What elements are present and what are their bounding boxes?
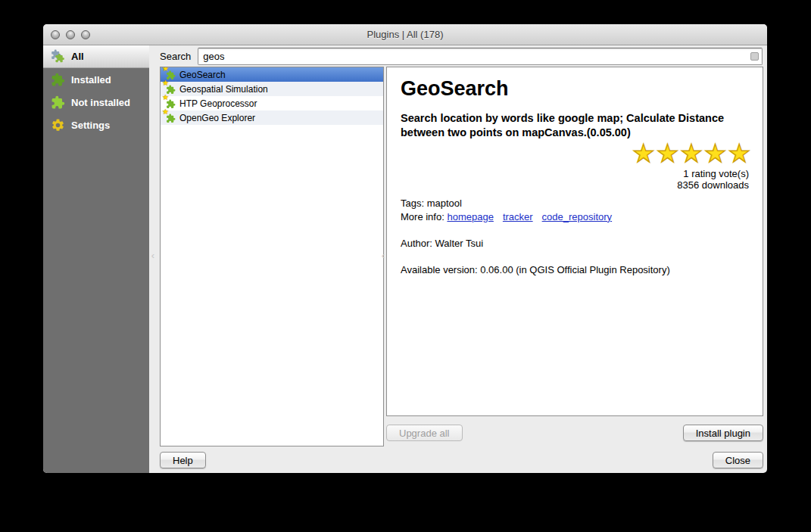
plugin-name: Geospatial Simulation <box>179 84 268 95</box>
window-title: Plugins | All (178) <box>43 29 767 40</box>
sidebar-item-not-installed[interactable]: Not installed <box>43 91 149 114</box>
search-row: Search <box>160 48 763 65</box>
installed-plugins-icon <box>51 73 65 87</box>
close-button[interactable]: Close <box>713 452 763 468</box>
code-repository-link[interactable]: code_repository <box>542 211 613 222</box>
tags-line: Tags: maptool <box>401 198 749 209</box>
star-badge-icon: ★ <box>162 67 169 73</box>
sidebar-item-label: Settings <box>71 120 110 131</box>
not-installed-plugins-icon <box>51 95 65 110</box>
star-badge-icon: ★ <box>162 79 169 87</box>
splitter-handle-icon[interactable]: ‹ <box>149 250 157 261</box>
window-titlebar[interactable]: Plugins | All (178) <box>43 24 767 45</box>
downloads-count-text: 8356 downloads <box>401 179 749 191</box>
search-input[interactable] <box>198 48 763 65</box>
install-plugin-button[interactable]: Install plugin <box>683 425 763 441</box>
sidebar-item-label: All <box>71 51 84 62</box>
tracker-link[interactable]: tracker <box>503 211 533 222</box>
search-clear-icon[interactable] <box>750 52 759 61</box>
plugin-name: GeoSearch <box>179 70 226 80</box>
sidebar: All Installed Not installed <box>43 45 149 473</box>
plugin-summary: Search location by words like google map… <box>401 111 749 140</box>
star-badge-icon: ★ <box>162 108 169 116</box>
screen-background: { "window": { "title": "Plugins | All (1… <box>0 0 811 532</box>
more-info-label: More info: <box>401 211 447 222</box>
plugin-name: HTP Geoprocessor <box>179 98 257 109</box>
homepage-link[interactable]: homepage <box>447 211 493 222</box>
rating-votes-text: 1 rating vote(s) <box>401 168 749 179</box>
all-plugins-icon <box>51 49 65 64</box>
sidebar-item-all[interactable]: All <box>43 45 149 68</box>
plugin-list-item-geospatial-simulation[interactable]: ★ Geospatial Simulation <box>161 82 383 96</box>
search-field <box>198 48 763 65</box>
plugin-icon: ★ <box>164 112 176 123</box>
window-content: All Installed Not installed <box>43 45 767 473</box>
close-window-button[interactable] <box>51 30 60 39</box>
star-badge-icon: ★ <box>162 94 169 101</box>
splitter-handle-icon[interactable]: ‹ <box>379 250 387 261</box>
sidebar-item-label: Installed <box>71 74 111 86</box>
plugin-name: OpenGeo Explorer <box>179 113 255 123</box>
search-label: Search <box>160 51 191 62</box>
more-info-line: More info: homepagetrackercode_repositor… <box>401 211 749 222</box>
zoom-window-button[interactable] <box>81 30 90 39</box>
dialog-button-row: Help Close <box>160 452 763 468</box>
tags-value: maptool <box>427 198 462 209</box>
help-button[interactable]: Help <box>160 452 206 468</box>
sidebar-item-label: Not installed <box>71 97 130 108</box>
minimize-window-button[interactable] <box>66 30 75 39</box>
plugin-manager-window: Plugins | All (178) All In <box>43 24 767 473</box>
details-button-row: Upgrade all Install plugin <box>386 425 763 441</box>
available-version-text: Available version: 0.06.00 (in QGIS Offi… <box>401 264 749 275</box>
sidebar-item-installed[interactable]: Installed <box>43 68 149 91</box>
plugin-list-item-opengeo-explorer[interactable]: ★ OpenGeo Explorer <box>161 110 383 125</box>
plugin-details-panel: GeoSearch Search location by words like … <box>386 67 763 416</box>
sidebar-item-settings[interactable]: Settings <box>43 114 149 136</box>
author-text: Author: Walter Tsui <box>401 238 749 249</box>
tags-label: Tags: <box>401 198 427 209</box>
upgrade-all-button[interactable]: Upgrade all <box>386 425 463 441</box>
plugin-details-title: GeoSearch <box>401 77 749 101</box>
plugin-list-item-geosearch[interactable]: ★ GeoSearch <box>161 67 383 82</box>
rating-stars-icon: ★★★★★ <box>398 140 752 167</box>
plugin-list-item-htp-geoprocessor[interactable]: ★ HTP Geoprocessor <box>161 96 383 110</box>
settings-gear-icon <box>51 118 65 132</box>
plugin-list: ★ GeoSearch ★ Geospatial Simulation ★ HT… <box>160 67 384 446</box>
